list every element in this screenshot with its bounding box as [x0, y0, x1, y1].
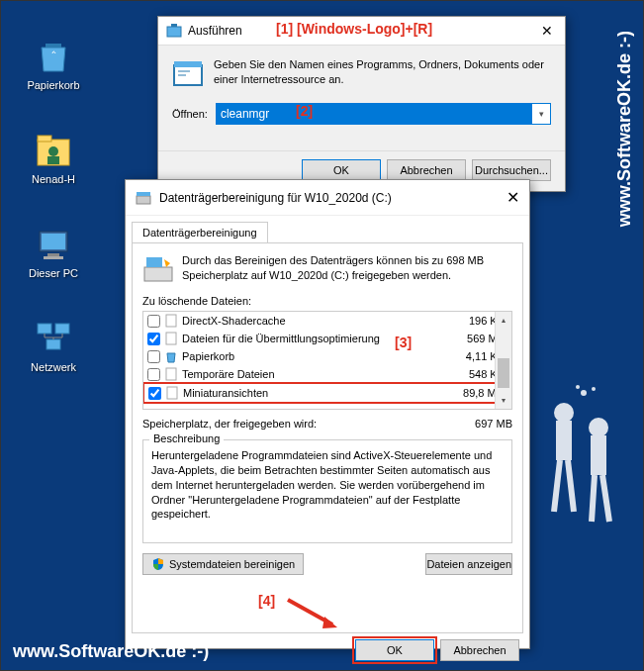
svg-rect-10: [55, 324, 69, 334]
desktop-icon-label: Papierkorb: [19, 79, 88, 91]
file-checkbox[interactable]: [148, 387, 161, 400]
tab-panel: Durch das Bereinigen des Datenträgers kö…: [132, 242, 523, 633]
svg-rect-27: [591, 435, 606, 475]
recycle-bin-icon: [34, 36, 73, 75]
run-combobox[interactable]: ▾: [216, 103, 551, 125]
file-icon: [165, 386, 179, 400]
this-pc-icon: [34, 224, 73, 263]
tab-strip: Datenträgerbereinigung: [126, 216, 529, 242]
files-list: DirectX-Shadercache 196 KB Dateien für d…: [142, 311, 512, 410]
desktop-icon-label: Netzwerk: [19, 361, 88, 373]
run-title-icon: [166, 23, 182, 39]
run-open-label: Öffnen:: [172, 108, 208, 120]
recycle-bin-icon: [164, 349, 178, 363]
file-checkbox[interactable]: [147, 333, 160, 345]
svg-rect-0: [46, 44, 61, 48]
total-row: Speicherplatz, der freigegeben wird: 697…: [142, 418, 512, 430]
desktop-icon-label: Dieser PC: [19, 267, 88, 279]
file-checkbox[interactable]: [147, 315, 160, 328]
svg-point-30: [576, 385, 580, 389]
svg-rect-21: [166, 333, 176, 344]
svg-rect-17: [137, 192, 150, 196]
file-checkbox[interactable]: [147, 368, 160, 381]
svg-rect-20: [166, 315, 176, 327]
svg-rect-2: [38, 136, 51, 142]
file-checkbox[interactable]: [147, 350, 160, 363]
scrollbar-thumb[interactable]: [498, 358, 509, 388]
disk-info-text: Durch das Bereinigen des Datenträgers kö…: [182, 253, 512, 285]
run-app-icon: [172, 57, 204, 89]
desktop-icon-label: Nenad-H: [19, 173, 88, 185]
desktop-icon-network[interactable]: Netzwerk: [19, 318, 88, 373]
file-name: Temporäre Dateien: [182, 368, 450, 380]
decorative-figures-icon: [534, 383, 633, 531]
close-icon[interactable]: ✕: [537, 23, 557, 39]
run-body: Geben Sie den Namen eines Programms, Ord…: [158, 46, 565, 150]
description-text: Heruntergeladene Programmdateien sind Ac…: [151, 448, 504, 522]
scroll-up-icon[interactable]: ▴: [496, 312, 511, 329]
svg-rect-6: [42, 234, 65, 249]
run-titlebar: Ausführen ✕: [158, 17, 565, 46]
svg-rect-8: [44, 256, 63, 259]
disk-info-icon: [142, 253, 174, 285]
svg-point-24: [554, 403, 574, 423]
run-description: Geben Sie den Namen eines Programms, Ord…: [214, 57, 551, 89]
ok-button[interactable]: OK: [302, 159, 381, 181]
desktop-icon-recycle-bin[interactable]: Papierkorb: [19, 36, 88, 91]
run-title: Ausführen: [188, 24, 537, 38]
svg-rect-16: [137, 196, 150, 204]
network-icon: [34, 318, 73, 357]
svg-point-29: [592, 387, 596, 391]
file-icon: [164, 314, 178, 328]
tab-cleanup[interactable]: Datenträgerbereinigung: [132, 222, 268, 242]
description-group: Beschreibung Heruntergeladene Programmda…: [142, 439, 512, 543]
scrollbar-track[interactable]: [496, 329, 511, 392]
svg-rect-25: [556, 421, 572, 460]
svg-rect-19: [146, 257, 162, 267]
total-value: 697 MB: [475, 418, 512, 430]
svg-rect-9: [38, 324, 51, 334]
file-name: Dateien für die Übermittlungsoptimierung: [182, 333, 450, 344]
svg-rect-18: [144, 267, 172, 281]
user-folder-icon: [34, 130, 73, 169]
description-legend: Beschreibung: [149, 432, 224, 444]
svg-rect-12: [167, 27, 181, 37]
scrollbar[interactable]: ▴ ▾: [495, 312, 511, 409]
svg-rect-7: [47, 253, 59, 256]
svg-rect-13: [171, 24, 177, 27]
file-icon: [164, 332, 178, 345]
svg-rect-23: [167, 387, 177, 399]
desktop-icon-user-folder[interactable]: Nenad-H: [19, 130, 88, 185]
clean-system-files-button[interactable]: Systemdateien bereinigen: [142, 553, 304, 575]
svg-point-3: [48, 146, 58, 156]
chevron-down-icon[interactable]: ▾: [532, 104, 550, 124]
list-item[interactable]: DirectX-Shadercache 196 KB: [143, 312, 511, 330]
disk-cleanup-dialog: Datenträgerbereinigung für W10_2020d (C:…: [125, 179, 530, 649]
disk-title: Datenträgerbereinigung für W10_2020d (C:…: [159, 191, 506, 205]
file-name: Papierkorb: [182, 350, 450, 362]
files-list-label: Zu löschende Dateien:: [142, 295, 512, 307]
lower-button-row: Systemdateien bereinigen Dateien anzeige…: [142, 553, 512, 575]
ok-button[interactable]: OK: [355, 639, 434, 661]
list-item[interactable]: Miniaturansichten 89,8 MB: [142, 382, 512, 404]
svg-rect-11: [46, 339, 60, 349]
close-icon[interactable]: ✕: [506, 188, 519, 207]
list-item[interactable]: Dateien für die Übermittlungsoptimierung…: [143, 330, 511, 347]
svg-rect-4: [47, 156, 59, 164]
view-files-button[interactable]: Dateien anzeigen: [425, 553, 512, 575]
file-icon: [164, 367, 178, 381]
cancel-button[interactable]: Abbrechen: [387, 159, 466, 181]
desktop-icon-this-pc[interactable]: Dieser PC: [19, 224, 88, 279]
browse-button[interactable]: Durchsuchen...: [472, 159, 551, 181]
file-name: Miniaturansichten: [183, 387, 449, 399]
total-label: Speicherplatz, der freigegeben wird:: [142, 418, 475, 430]
list-item[interactable]: Papierkorb 4,11 KB: [143, 347, 511, 365]
run-input[interactable]: [217, 104, 532, 124]
run-dialog: Ausführen ✕ Geben Sie den Namen eines Pr…: [157, 16, 566, 192]
cancel-button[interactable]: Abbrechen: [440, 639, 519, 661]
shield-icon: [151, 557, 165, 571]
scroll-down-icon[interactable]: ▾: [496, 392, 511, 409]
list-item[interactable]: Temporäre Dateien 548 KB: [143, 365, 511, 383]
watermark-bottom: www.SoftwareOK.de :-): [13, 641, 209, 662]
svg-point-28: [581, 390, 587, 396]
